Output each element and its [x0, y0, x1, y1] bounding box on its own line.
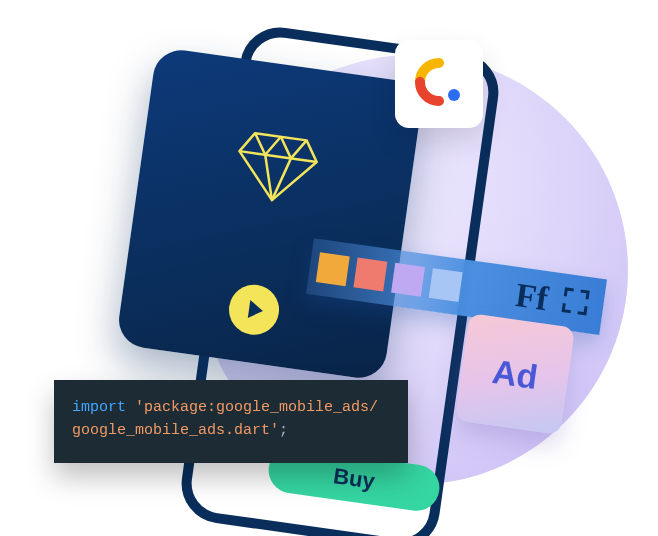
ad-label: Ad [490, 352, 540, 397]
code-token-keyword: import [72, 399, 126, 416]
play-button[interactable] [226, 281, 282, 337]
ad-tile: Ad [455, 313, 575, 435]
admob-logo-tile [395, 40, 483, 128]
code-token-punct: ; [279, 422, 288, 439]
color-swatch[interactable] [429, 268, 463, 302]
font-label[interactable]: Ff [513, 276, 550, 318]
admob-icon [414, 57, 464, 111]
code-token-string: google_mobile_ads.dart' [72, 422, 279, 439]
color-swatch[interactable] [353, 258, 387, 292]
fullscreen-icon[interactable] [559, 286, 591, 322]
code-snippet: import 'package:google_mobile_ads/ googl… [54, 380, 408, 463]
illustration-scene: Ff Ad Buy import 'package:google_mobile_… [0, 0, 658, 536]
buy-button-label: Buy [332, 463, 377, 495]
play-icon [247, 300, 263, 320]
code-token-string: 'package:google_mobile_ads/ [135, 399, 378, 416]
color-swatch[interactable] [316, 252, 350, 286]
color-swatch[interactable] [391, 263, 425, 297]
diamond-icon [228, 127, 324, 214]
app-card [115, 47, 424, 382]
svg-point-0 [448, 89, 460, 101]
